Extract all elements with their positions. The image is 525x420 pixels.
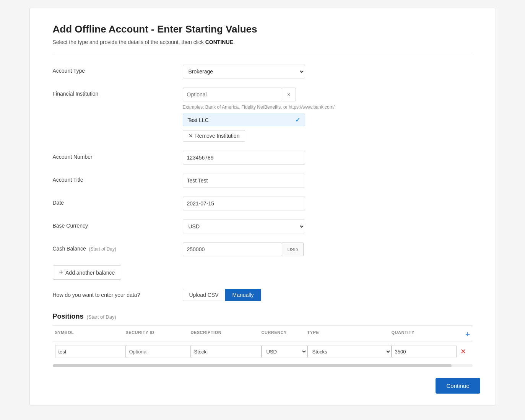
cash-balance-input[interactable]	[183, 243, 282, 256]
date-control	[183, 197, 473, 210]
positions-table-header: SYMBOL SECURITY ID DESCRIPTION CURRENCY …	[53, 330, 473, 342]
positions-subtitle: (Start of Day)	[87, 314, 116, 320]
data-entry-row: How do you want to enter your data? Uplo…	[53, 289, 473, 301]
date-row: Date	[53, 197, 473, 210]
check-icon: ✓	[295, 116, 300, 124]
date-label: Date	[53, 197, 183, 206]
account-title-control	[183, 174, 473, 187]
selected-institution-name: Test LLC	[188, 117, 209, 123]
financial-institution-row: Financial Institution × Examples: Bank o…	[53, 88, 473, 142]
col-header-description: DESCRIPTION	[191, 330, 262, 339]
symbol-input[interactable]	[55, 345, 126, 358]
account-type-control: Brokerage Checking Savings Credit Card I…	[183, 65, 473, 78]
continue-button-area: Continue	[436, 378, 480, 394]
positions-divider	[53, 325, 473, 326]
description-input[interactable]	[191, 345, 262, 358]
col-header-security-id: SECURITY ID	[126, 330, 191, 339]
base-currency-control: USD EUR GBP JPY CAD	[183, 220, 473, 233]
col-header-symbol: SYMBOL	[55, 330, 126, 339]
positions-header: Positions (Start of Day)	[53, 313, 473, 321]
cash-balance-currency-label: USD	[282, 243, 304, 256]
page-wrapper: Add Offline Account - Enter Starting Val…	[29, 8, 496, 405]
base-currency-label: Base Currency	[53, 220, 183, 229]
page-title: Add Offline Account - Enter Starting Val…	[53, 23, 473, 35]
add-balance-button[interactable]: + Add another balance	[53, 265, 122, 280]
base-currency-select[interactable]: USD EUR GBP JPY CAD	[183, 220, 305, 233]
account-number-row: Account Number	[53, 151, 473, 164]
remove-institution-x-icon: ✕	[189, 133, 193, 139]
base-currency-row: Base Currency USD EUR GBP JPY CAD	[53, 220, 473, 233]
cash-balance-label: Cash Balance (Start of Day)	[53, 243, 183, 252]
col-header-type: TYPE	[307, 330, 392, 339]
data-entry-buttons: Upload CSV Manually	[183, 289, 261, 301]
quantity-input[interactable]	[392, 345, 457, 358]
fi-input-row: ×	[183, 88, 473, 101]
cash-balance-sublabel: (Start of Day)	[89, 246, 116, 252]
account-title-label: Account Title	[53, 174, 183, 183]
fi-hint: Examples: Bank of America, Fidelity NetB…	[183, 104, 473, 110]
account-type-select[interactable]: Brokerage Checking Savings Credit Card I…	[183, 65, 305, 78]
financial-institution-label: Financial Institution	[53, 88, 183, 97]
account-number-label: Account Number	[53, 151, 183, 160]
cell-currency: USD EUR GBP JPY CAD	[262, 345, 307, 358]
account-type-row: Account Type Brokerage Checking Savings …	[53, 65, 473, 78]
financial-institution-control: × Examples: Bank of America, Fidelity Ne…	[183, 88, 473, 142]
date-input[interactable]	[183, 197, 305, 210]
cash-balance-input-row: USD	[183, 243, 473, 256]
continue-button[interactable]: Continue	[436, 378, 480, 394]
header-divider	[53, 53, 473, 53]
col-header-add: +	[457, 330, 470, 339]
cell-type: Stocks Bonds ETF Mutual Fund Options Cry…	[307, 345, 392, 358]
table-row: USD EUR GBP JPY CAD Stocks Bonds ETF Mut…	[53, 342, 473, 361]
fi-clear-icon: ×	[287, 91, 290, 98]
currency-select[interactable]: USD EUR GBP JPY CAD	[262, 345, 307, 358]
positions-section: Positions (Start of Day) SYMBOL SECURITY…	[53, 313, 473, 367]
cash-balance-control: USD	[183, 243, 473, 256]
col-header-currency: CURRENCY	[262, 330, 307, 339]
plus-icon: +	[59, 269, 63, 277]
cell-security-id	[126, 345, 191, 358]
financial-institution-input[interactable]	[183, 88, 282, 101]
cell-description	[191, 345, 262, 358]
remove-institution-label: Remove Institution	[195, 133, 240, 139]
type-select[interactable]: Stocks Bonds ETF Mutual Fund Options Cry…	[307, 345, 392, 358]
cell-symbol	[55, 345, 126, 358]
cash-balance-row: Cash Balance (Start of Day) USD	[53, 243, 473, 256]
page-subtitle: Select the type and provide the details …	[53, 39, 473, 45]
fi-clear-button[interactable]: ×	[282, 88, 296, 101]
manually-button[interactable]: Manually	[225, 289, 261, 301]
positions-title: Positions	[53, 313, 84, 321]
scrollbar-area[interactable]	[53, 364, 473, 367]
remove-institution-button[interactable]: ✕ Remove Institution	[183, 130, 245, 142]
account-number-input[interactable]	[183, 151, 305, 164]
account-title-input[interactable]	[183, 174, 305, 187]
account-number-control	[183, 151, 473, 164]
delete-row-button[interactable]: ✕	[460, 347, 466, 356]
selected-institution: Test LLC ✓	[183, 114, 305, 126]
add-position-row-button[interactable]: +	[465, 330, 470, 339]
scrollbar-thumb	[53, 364, 452, 367]
upload-csv-button[interactable]: Upload CSV	[183, 289, 225, 301]
account-title-row: Account Title	[53, 174, 473, 187]
data-entry-label: How do you want to enter your data?	[53, 292, 183, 298]
account-type-label: Account Type	[53, 65, 183, 74]
cell-delete: ✕	[457, 347, 470, 356]
add-balance-label: Add another balance	[65, 270, 115, 276]
cell-quantity	[392, 345, 457, 358]
security-id-input[interactable]	[126, 345, 191, 358]
col-header-quantity: QUANTITY	[392, 330, 457, 339]
